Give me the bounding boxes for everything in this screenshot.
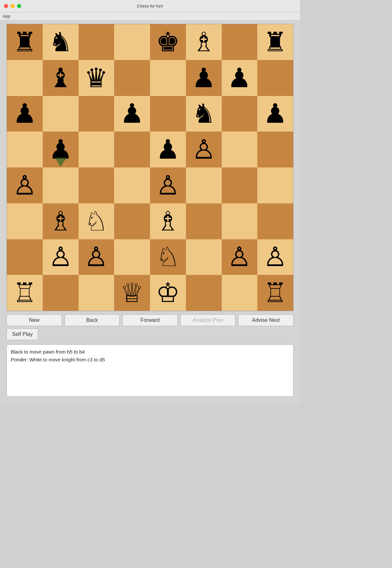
cell-e5[interactable]: ♟ xyxy=(150,132,186,167)
cell-c1[interactable] xyxy=(79,275,114,311)
cell-e3[interactable]: ♗ xyxy=(150,203,186,239)
cell-e6[interactable] xyxy=(150,96,186,132)
cell-b1[interactable] xyxy=(43,275,79,311)
cell-d3[interactable] xyxy=(114,203,150,239)
cell-e8[interactable]: ♚ xyxy=(150,24,186,60)
info-line-1: Black to move pawn from b5 to b4 xyxy=(11,348,289,356)
window-controls xyxy=(4,4,21,8)
cell-d8[interactable] xyxy=(114,24,150,60)
piece-a6: ♟ xyxy=(13,100,37,127)
cell-e2[interactable]: ♘ xyxy=(150,239,186,275)
cell-c8[interactable] xyxy=(79,24,114,60)
cell-a5[interactable] xyxy=(7,132,43,167)
cell-a6[interactable]: ♟ xyxy=(7,96,43,132)
cell-g8[interactable] xyxy=(222,24,258,60)
cell-a3[interactable] xyxy=(7,203,43,239)
piece-g7: ♟ xyxy=(227,65,251,91)
advise-next-button[interactable]: Advise Next xyxy=(238,314,294,326)
cell-h1[interactable]: ♖ xyxy=(257,275,293,311)
cell-g2[interactable]: ♙ xyxy=(222,239,258,275)
back-button[interactable]: Back xyxy=(65,314,120,326)
cell-d7[interactable] xyxy=(114,60,150,96)
cell-h7[interactable] xyxy=(257,60,293,96)
move-arrow xyxy=(55,158,67,167)
cell-f1[interactable] xyxy=(186,275,222,311)
chess-board[interactable]: ♜ ♞ ♚ ♗ ♜ ♝ ♛ ♟ ♟ ♟ ♟ ♞ ♟ ♟ ♟ ♙ xyxy=(7,24,294,311)
cell-g5[interactable] xyxy=(222,132,258,167)
cell-d1[interactable]: ♕ xyxy=(114,275,150,311)
cell-h2[interactable]: ♙ xyxy=(257,239,293,275)
cell-c7[interactable]: ♛ xyxy=(79,60,114,96)
cell-f4[interactable] xyxy=(186,167,222,203)
forward-button[interactable]: Forward xyxy=(122,314,178,326)
cell-h5[interactable] xyxy=(257,132,293,167)
cell-b3[interactable]: ♗ xyxy=(43,203,79,239)
cell-h4[interactable] xyxy=(257,167,293,203)
cell-h3[interactable] xyxy=(257,203,293,239)
cell-c5[interactable] xyxy=(79,132,114,167)
piece-d6: ♟ xyxy=(120,100,144,127)
cell-g4[interactable] xyxy=(222,167,258,203)
menu-bar: App xyxy=(0,12,300,20)
cell-f3[interactable] xyxy=(186,203,222,239)
cell-d5[interactable] xyxy=(114,132,150,167)
cell-b2[interactable]: ♙ xyxy=(43,239,79,275)
cell-c3[interactable]: ♘ xyxy=(79,203,114,239)
maximize-button[interactable] xyxy=(17,4,21,8)
cell-g7[interactable]: ♟ xyxy=(222,60,258,96)
cell-h6[interactable]: ♟ xyxy=(257,96,293,132)
minimize-button[interactable] xyxy=(10,4,15,8)
piece-b8: ♞ xyxy=(49,29,73,55)
piece-b3: ♗ xyxy=(49,208,73,235)
piece-g2: ♙ xyxy=(227,244,251,270)
cell-b4[interactable] xyxy=(43,167,79,203)
piece-e5: ♟ xyxy=(156,136,180,163)
cell-f7[interactable]: ♟ xyxy=(186,60,222,96)
cell-e4[interactable]: ♙ xyxy=(150,167,186,203)
new-button[interactable]: New xyxy=(7,314,62,326)
piece-c3: ♘ xyxy=(84,208,108,235)
piece-b2: ♙ xyxy=(49,244,73,270)
cell-g6[interactable] xyxy=(222,96,258,132)
self-play-button[interactable]: Self Play xyxy=(7,328,38,340)
cell-e7[interactable] xyxy=(150,60,186,96)
cell-g3[interactable] xyxy=(222,203,258,239)
cell-h8[interactable]: ♜ xyxy=(257,24,293,60)
cell-f5[interactable]: ♙ xyxy=(186,132,222,167)
cell-f2[interactable] xyxy=(186,239,222,275)
cell-a1[interactable]: ♖ xyxy=(7,275,43,311)
cell-c6[interactable] xyxy=(79,96,114,132)
piece-c7: ♛ xyxy=(84,65,108,91)
cell-a7[interactable] xyxy=(7,60,43,96)
cell-a8[interactable]: ♜ xyxy=(7,24,43,60)
title-bar: Chess for fun! xyxy=(0,0,300,12)
close-button[interactable] xyxy=(4,4,8,8)
cell-d2[interactable] xyxy=(114,239,150,275)
info-line-2: Ponder: White to move knight from c3 to … xyxy=(11,356,289,364)
app-menu[interactable]: App xyxy=(3,14,10,19)
cell-a2[interactable] xyxy=(7,239,43,275)
piece-a1: ♖ xyxy=(13,279,37,306)
info-box: Black to move pawn from b5 to b4 Ponder:… xyxy=(7,344,294,397)
piece-e8: ♚ xyxy=(156,29,180,55)
cell-g1[interactable] xyxy=(222,275,258,311)
cell-c4[interactable] xyxy=(79,167,114,203)
piece-f6: ♞ xyxy=(192,100,216,127)
cell-f6[interactable]: ♞ xyxy=(186,96,222,132)
cell-e1[interactable]: ♔ xyxy=(150,275,186,311)
piece-b7: ♝ xyxy=(49,65,73,91)
analyze-prev-button[interactable]: Analyze Prev xyxy=(180,314,236,326)
cell-b7[interactable]: ♝ xyxy=(43,60,79,96)
window-title: Chess for fun! xyxy=(137,4,163,8)
cell-b6[interactable] xyxy=(43,96,79,132)
cell-f8[interactable]: ♗ xyxy=(186,24,222,60)
piece-f8: ♗ xyxy=(192,29,216,55)
cell-d6[interactable]: ♟ xyxy=(114,96,150,132)
cell-b8[interactable]: ♞ xyxy=(43,24,79,60)
cell-d4[interactable] xyxy=(114,167,150,203)
cell-b5[interactable]: ♟ xyxy=(43,132,79,167)
cell-c2[interactable]: ♙ xyxy=(79,239,114,275)
piece-h8: ♜ xyxy=(263,29,287,55)
cell-a4[interactable]: ♙ xyxy=(7,167,43,203)
piece-h1: ♖ xyxy=(263,279,287,306)
